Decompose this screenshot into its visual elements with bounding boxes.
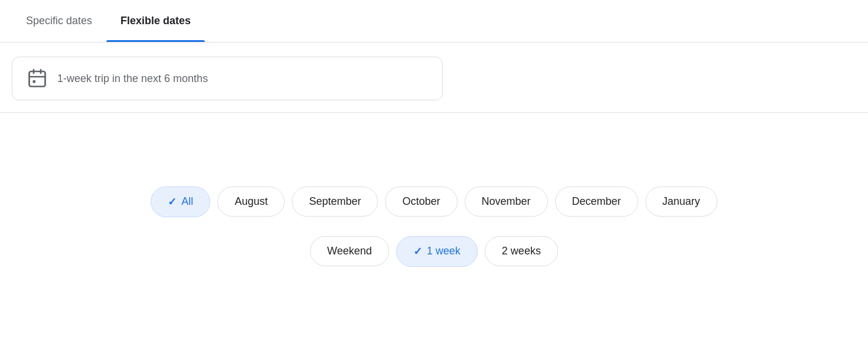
summary-box[interactable]: 1-week trip in the next 6 months <box>12 57 443 100</box>
check-icon-1week: ✓ <box>413 245 422 258</box>
month-label-december: December <box>572 195 621 208</box>
months-row: ✓ All August September October November … <box>151 187 717 217</box>
month-label-september: September <box>309 195 361 208</box>
month-label-october: October <box>402 195 440 208</box>
summary-text: 1-week trip in the next 6 months <box>57 73 208 85</box>
duration-pill-2weeks[interactable]: 2 weeks <box>485 236 558 266</box>
page-container: Specific dates Flexible dates 1-week tri… <box>0 0 868 340</box>
month-label-all: All <box>181 195 193 208</box>
duration-pill-1week[interactable]: ✓ 1 week <box>396 236 478 267</box>
month-pill-november[interactable]: November <box>465 187 548 217</box>
check-icon-all: ✓ <box>168 195 177 208</box>
calendar-icon <box>27 68 48 89</box>
duration-label-2weeks: 2 weeks <box>502 245 541 257</box>
month-pill-all[interactable]: ✓ All <box>151 187 210 217</box>
duration-row: Weekend ✓ 1 week 2 weeks <box>310 236 558 267</box>
duration-label-weekend: Weekend <box>327 245 372 257</box>
month-pill-december[interactable]: December <box>555 187 638 217</box>
month-pill-october[interactable]: October <box>385 187 457 217</box>
month-label-november: November <box>482 195 531 208</box>
summary-section: 1-week trip in the next 6 months <box>0 42 868 113</box>
tabs-bar: Specific dates Flexible dates <box>0 0 868 42</box>
duration-pill-weekend[interactable]: Weekend <box>310 236 389 266</box>
selection-section: ✓ All August September October November … <box>0 113 868 340</box>
month-pill-september[interactable]: September <box>292 187 378 217</box>
svg-rect-4 <box>33 80 36 83</box>
month-label-january: January <box>663 195 700 208</box>
svg-rect-0 <box>30 71 45 87</box>
tab-specific-dates[interactable]: Specific dates <box>12 0 106 42</box>
duration-label-1week: 1 week <box>427 245 461 257</box>
month-pill-august[interactable]: August <box>217 187 285 217</box>
tab-flexible-dates[interactable]: Flexible dates <box>106 0 205 42</box>
month-pill-january[interactable]: January <box>645 187 717 217</box>
month-label-august: August <box>234 195 267 208</box>
